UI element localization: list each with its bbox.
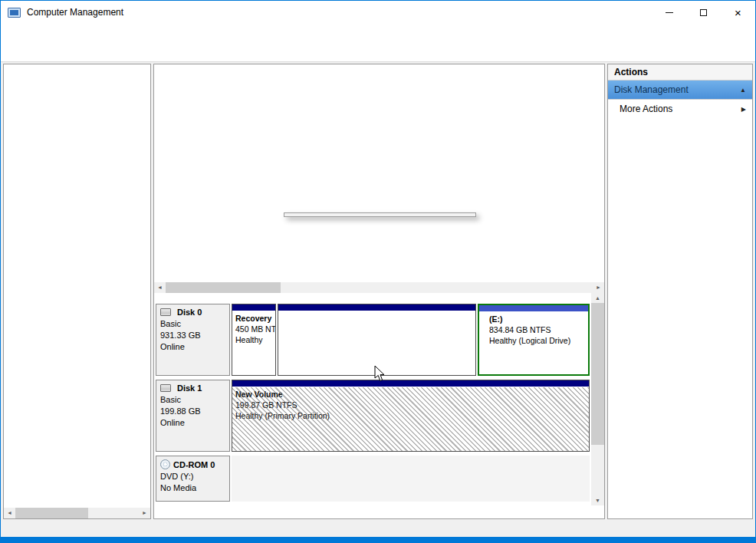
disk-icon (160, 308, 171, 316)
partition-size: 199.87 GB NTFS (235, 400, 586, 410)
partition-label: New Volume (235, 389, 586, 400)
app-icon (8, 8, 21, 18)
disk-0-partitions: Recovery 450 MB NTFS Healthy (232, 304, 590, 376)
actions-panel: Actions Disk Management ▲ More Actions ▶ (607, 64, 753, 519)
scroll-right-arrow[interactable]: ► (139, 508, 150, 518)
minimize-icon (666, 12, 673, 13)
actions-disk-management-section[interactable]: Disk Management ▲ (608, 81, 752, 100)
disk-name: Disk 1 (177, 383, 202, 393)
more-actions-item[interactable]: More Actions ▶ (608, 100, 752, 118)
context-menu (284, 212, 476, 217)
window-controls: × (652, 1, 755, 24)
partition-status: Healthy (Logical Drive) (489, 335, 585, 346)
partition-legend (154, 505, 604, 518)
disk-list: Disk 0 Basic 931.33 GB Online Recovery 4… (154, 293, 591, 505)
partition-status: Healthy (235, 334, 272, 345)
disk-size: 199.88 GB (160, 406, 225, 417)
primary-partition-strip (232, 380, 589, 387)
partition-size: 450 MB NTFS (235, 324, 272, 334)
partition-recovery[interactable]: Recovery 450 MB NTFS Healthy (232, 304, 276, 376)
scroll-thumb[interactable] (166, 282, 281, 293)
disk-0-label[interactable]: Disk 0 Basic 931.33 GB Online (156, 304, 230, 376)
menu-bar (1, 24, 755, 41)
tree-horizontal-scrollbar[interactable]: ◄ ► (4, 508, 150, 518)
scroll-left-arrow[interactable]: ◄ (4, 508, 15, 518)
cdrom-media-area (232, 456, 590, 502)
disk-status: Online (160, 417, 225, 429)
collapse-caret-icon[interactable]: ▲ (740, 87, 746, 94)
vertical-scrollbar[interactable]: ▲ ▼ (591, 293, 604, 505)
disk-icon (160, 384, 171, 392)
scroll-down-arrow[interactable]: ▼ (591, 495, 604, 505)
actions-section-label: Disk Management (614, 84, 689, 95)
primary-partition-strip (278, 304, 475, 311)
console-tree (4, 64, 150, 508)
main-area: ◄ ► ◄ ► (1, 62, 755, 521)
disk-0-row: Disk 0 Basic 931.33 GB Online Recovery 4… (156, 304, 590, 376)
disk-name: Disk 0 (177, 308, 202, 317)
primary-partition-strip (232, 304, 275, 311)
scroll-thumb[interactable] (591, 303, 604, 445)
scroll-right-arrow[interactable]: ► (593, 282, 604, 293)
disk-status: No Media (160, 482, 225, 494)
partition-e[interactable]: (E:) 834.84 GB NTFS Healthy (Logical Dri… (478, 304, 590, 376)
cdrom-label[interactable]: CD-ROM 0 DVD (Y:) No Media (156, 456, 230, 502)
disk-1-label[interactable]: Disk 1 Basic 199.88 GB Online (156, 380, 230, 452)
volume-horizontal-scrollbar[interactable]: ◄ ► (154, 282, 604, 293)
disk-type: Basic (160, 318, 225, 330)
computer-management-window: Computer Management × ◄ ► (0, 0, 756, 543)
disk-management-panel: ◄ ► Disk 0 Basic 931.33 GB Online (153, 64, 605, 519)
expand-arrow-icon: ▶ (741, 106, 746, 113)
window-title: Computer Management (27, 7, 123, 18)
partition-status: Healthy (Primary Partition) (235, 410, 586, 421)
actions-header: Actions (608, 64, 752, 81)
scroll-left-arrow[interactable]: ◄ (154, 282, 166, 293)
disk-graphical-view: Disk 0 Basic 931.33 GB Online Recovery 4… (154, 293, 604, 505)
scroll-up-arrow[interactable]: ▲ (591, 293, 604, 303)
cdrom-row: CD-ROM 0 DVD (Y:) No Media (156, 456, 590, 502)
maximize-icon (700, 9, 707, 16)
logical-drive-strip (479, 305, 588, 311)
disk-type: DVD (Y:) (160, 471, 225, 482)
toolbar (1, 41, 755, 62)
maximize-button[interactable] (686, 1, 721, 24)
cd-icon (160, 459, 170, 469)
disk-1-row: Disk 1 Basic 199.88 GB Online New Volume… (156, 380, 590, 452)
partition-new-volume[interactable]: New Volume 199.87 GB NTFS Healthy (Prima… (232, 380, 590, 452)
close-icon: × (735, 7, 741, 18)
minimize-button[interactable] (652, 1, 686, 24)
partition-label: (E:) (489, 314, 585, 324)
scroll-thumb[interactable] (15, 508, 88, 518)
more-actions-label: More Actions (620, 104, 672, 114)
volume-list (154, 64, 604, 282)
mouse-cursor (374, 365, 386, 383)
partition-size: 834.84 GB NTFS (489, 324, 585, 335)
disk-1-partitions: New Volume 199.87 GB NTFS Healthy (Prima… (232, 380, 590, 452)
partition-label: Recovery (235, 313, 272, 324)
console-tree-panel: ◄ ► (3, 64, 151, 519)
status-bar (1, 521, 755, 537)
title-bar: Computer Management × (1, 1, 755, 24)
disk-type: Basic (160, 394, 225, 406)
disk-status: Online (160, 341, 225, 353)
disk-name: CD-ROM 0 (173, 460, 215, 469)
close-button[interactable]: × (721, 1, 755, 24)
disk-size: 931.33 GB (160, 330, 225, 341)
